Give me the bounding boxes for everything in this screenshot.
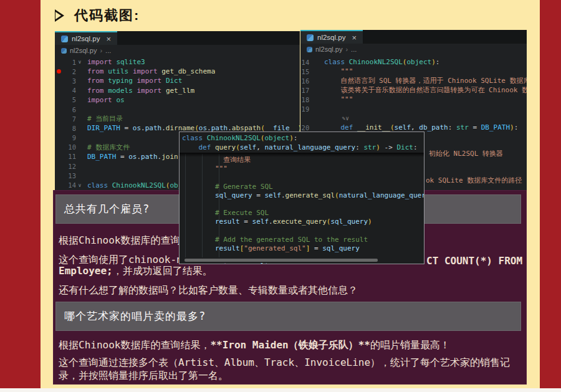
line-number: 7 <box>62 115 76 123</box>
code-line: 14class ChinookNL2SQL(object): <box>300 57 527 67</box>
gutter: 16 <box>300 77 315 85</box>
code-line: # Generate SQL <box>180 183 424 191</box>
gutter: 14 <box>300 59 315 66</box>
gutter: 5 <box>55 96 84 103</box>
code-line: 1∨import sqlite3 <box>55 57 300 67</box>
line-number: 5 <box>62 96 76 103</box>
code-line: 7# 当前目录 <box>55 114 300 123</box>
code-line: 6 <box>55 105 300 114</box>
answer-line: Employee;，并成功返回了结果。 <box>59 265 213 278</box>
fold-chevron-icon[interactable]: ∨ <box>76 183 84 188</box>
chevron-right-icon: › <box>345 45 348 53</box>
answer-line: 还有什么想了解的数据吗？比如客户数量、专辑数量或者其他信息？ <box>59 284 358 297</box>
line-number: 6 <box>62 106 76 113</box>
line-number: 14 <box>62 181 76 189</box>
code-line: # Add the generated SQL to the result <box>180 236 424 244</box>
line-number: 18 <box>300 96 309 103</box>
tab-nl2sql[interactable]: nl2sql.py × <box>300 30 363 44</box>
gutter: 17 <box>300 87 315 94</box>
breadcrumb-dots: ... <box>105 47 111 54</box>
breadcrumb[interactable]: nl2sql.py › ... <box>55 45 300 56</box>
code-line: 15 """ <box>300 67 527 76</box>
breadcrumb-file[interactable]: nl2sql.py <box>315 45 342 53</box>
gutter: 19 <box>300 105 315 113</box>
line-number: 14 <box>300 59 309 66</box>
docstring-fragment: ok SQLite 数据库文件的路径 <box>426 176 522 185</box>
page-title: 代码截图: <box>74 6 140 25</box>
code-line: def query(self, natural_language_query: … <box>180 143 424 152</box>
gutter: 20 <box>300 124 315 131</box>
tab-label: nl2sql.py <box>317 34 345 41</box>
close-icon[interactable]: × <box>106 35 111 43</box>
sticky-shadow <box>180 153 424 157</box>
answer-line: 这个查询通过连接多个表（Artist、Album、Track、InvoiceLi… <box>59 356 527 382</box>
breadcrumb[interactable]: nl2sql.py › ... <box>300 44 527 55</box>
code-line <box>180 173 424 182</box>
line-number: 10 <box>62 143 76 151</box>
sticky-scroll-header: class ChinookNL2SQL(object): def query(s… <box>180 132 424 154</box>
code-popup-window: 查询结果 """ # Generate SQL sql_query = self… <box>179 131 424 264</box>
arrow-bullet-icon <box>55 9 64 22</box>
breadcrumb-file[interactable]: nl2sql.py <box>70 47 97 54</box>
popup-code-area: 查询结果 """ # Generate SQL sql_query = self… <box>180 156 424 264</box>
python-file-icon <box>307 34 314 41</box>
code-line: ✎∨ <box>300 113 527 123</box>
chevron-right-icon: › <box>100 47 102 54</box>
line-number: 9 <box>62 134 76 141</box>
gutter: 11 <box>55 153 84 160</box>
code-line <box>180 227 424 236</box>
gutter: 8 <box>55 125 84 132</box>
line-number: 3 <box>62 77 76 85</box>
line-number: 13 <box>62 172 76 179</box>
breakpoint-icon[interactable] <box>55 69 62 74</box>
line-number: 1 <box>62 59 76 66</box>
line-number: 8 <box>62 125 76 132</box>
line-number: 2 <box>62 68 76 75</box>
line-number: 20 <box>300 124 309 131</box>
code-line: 17 该类将关于音乐数据的自然语言问题转换为可在 Chinook 数 <box>300 85 527 95</box>
code-line: """ <box>180 165 424 173</box>
close-icon[interactable]: × <box>352 34 357 42</box>
line-number: 11 <box>62 153 76 160</box>
breadcrumb-dots: ... <box>351 45 357 53</box>
fold-chevron-icon[interactable]: ∨ <box>76 59 84 65</box>
gutter: 10 <box>55 143 84 151</box>
tab-bar: nl2sql.py × <box>55 31 300 45</box>
code-line: 2from utils import get_db_schema <box>55 67 300 76</box>
line-number: 19 <box>300 105 309 113</box>
code-line: result = self.execute_query(sql_query) <box>180 218 424 226</box>
gutter: 7 <box>55 115 84 123</box>
code-line: 5import os <box>55 95 300 105</box>
tab-nl2sql[interactable]: nl2sql.py × <box>55 31 117 45</box>
code-line: 查询结果 <box>180 156 424 165</box>
code-line: return result <box>180 262 424 264</box>
code-line: 18 """ <box>300 95 527 104</box>
code-line: result["generated_sql"] = sql_query <box>180 244 424 253</box>
docstring-fragment: 初始化 NL2SQL 转换器 <box>429 149 503 158</box>
gutter: 1∨ <box>55 59 84 66</box>
gutter: 12 <box>55 163 84 170</box>
line-number: 12 <box>62 163 76 170</box>
horizontal-scrollbar[interactable] <box>185 259 378 262</box>
section-title-row: 代码截图: <box>55 6 140 25</box>
gutter: 6 <box>55 106 84 113</box>
line-number: 15 <box>300 68 309 75</box>
gutter: 15 <box>300 68 315 75</box>
line-number: 16 <box>300 77 309 85</box>
answer-code-fragment: CT COUNT(*) FROM <box>426 255 522 267</box>
gutter: 2 <box>55 68 84 75</box>
python-file-icon <box>61 36 68 42</box>
line-number: 4 <box>62 87 76 94</box>
code-line: class ChinookNL2SQL(object): <box>180 133 424 143</box>
gutter: 3 <box>55 77 84 85</box>
python-file-icon <box>307 47 312 52</box>
python-file-icon <box>61 48 67 54</box>
gutter: 13 <box>55 172 84 179</box>
answer-line: 根据Chinook数据库的查询结果，**Iron Maiden（铁娘子乐队）**… <box>59 339 525 352</box>
line-number: 17 <box>300 87 309 94</box>
code-line: 20 def __init__(self, db_path: str = DB_… <box>300 123 527 132</box>
slide-page: 代码截图: nl2sql.py × nl2sql.py › ... 1∨impo… <box>0 0 561 392</box>
code-line: sql_query = self.generate_sql(natural_la… <box>180 191 424 200</box>
gutter: 4 <box>55 87 84 94</box>
question-bar-2: 哪个艺术家的唱片卖的最多? <box>55 302 521 331</box>
